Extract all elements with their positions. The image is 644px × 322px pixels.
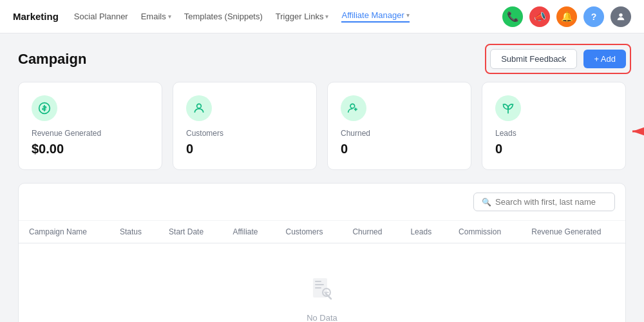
phone-button[interactable]: 📞: [502, 6, 523, 27]
nav-trigger-links[interactable]: Trigger Links ▾: [276, 12, 329, 21]
person-icon: [186, 95, 212, 121]
search-input[interactable]: [495, 197, 607, 207]
stat-value-churned: 0: [341, 142, 458, 156]
stat-card-revenue: Revenue Generated $0.00: [18, 82, 162, 170]
col-affiliate: Affiliate: [222, 221, 275, 243]
svg-point-3: [197, 104, 202, 108]
stat-label-customers: Customers: [186, 129, 303, 138]
stat-card-churned: Churned 0: [327, 82, 471, 170]
stat-card-customers: Customers 0: [173, 82, 317, 170]
col-churned: Churned: [342, 221, 400, 243]
submit-feedback-button[interactable]: Submit Feedback: [490, 49, 577, 69]
svg-rect-8: [315, 287, 321, 289]
nav-affiliate-manager[interactable]: Affiliate Manager ▾: [341, 10, 409, 23]
no-data-icon: [309, 276, 335, 307]
table-header-row: Campaign Name Status Start Date Affiliat…: [19, 221, 625, 243]
page-header: Campaign Submit Feedback + Add: [18, 49, 626, 69]
add-button[interactable]: + Add: [583, 50, 626, 68]
no-data-label: No Data: [307, 313, 337, 322]
search-icon: 🔍: [482, 198, 491, 207]
table-section: 🔍 Campaign Name Status Start Date Affili…: [18, 183, 626, 322]
svg-point-4: [350, 104, 355, 108]
no-data-container: No Data: [29, 250, 615, 322]
col-revenue: Revenue Generated: [521, 221, 625, 243]
no-data-row: No Data: [19, 243, 625, 323]
main-content: Campaign Submit Feedback + Add Revenue: [0, 33, 644, 322]
campaign-table: Campaign Name Status Start Date Affiliat…: [19, 221, 625, 322]
nav-emails[interactable]: Emails ▾: [141, 12, 171, 21]
svg-rect-6: [315, 281, 321, 282]
nav-templates[interactable]: Templates (Snippets): [184, 12, 263, 21]
top-bar: Marketing Social Planner Emails ▾ Templa…: [0, 0, 644, 33]
col-leads: Leads: [400, 221, 448, 243]
stat-value-customers: 0: [186, 142, 303, 156]
col-status: Status: [109, 221, 158, 243]
chevron-down-icon: ▾: [325, 13, 328, 20]
no-data-cell: No Data: [19, 243, 625, 323]
person-add-icon: [341, 95, 366, 121]
col-commission: Commission: [448, 221, 521, 243]
stats-row: Revenue Generated $0.00 Customers 0 Chur…: [18, 82, 626, 170]
stat-label-revenue: Revenue Generated: [32, 129, 149, 138]
page-title: Campaign: [18, 51, 86, 68]
chevron-down-icon: ▾: [406, 12, 410, 19]
nav-right: 📞 📣 🔔 ?: [502, 6, 631, 27]
bell-button[interactable]: 🔔: [556, 6, 577, 27]
table-header: Campaign Name Status Start Date Affiliat…: [19, 221, 625, 243]
stat-label-leads: Leads: [495, 129, 612, 138]
header-actions: Submit Feedback + Add: [490, 49, 626, 69]
megaphone-button[interactable]: 📣: [529, 6, 550, 27]
col-start-date: Start Date: [158, 221, 222, 243]
stat-value-leads: 0: [495, 142, 612, 156]
svg-point-0: [619, 13, 622, 16]
avatar-button[interactable]: [611, 6, 631, 27]
col-customers: Customers: [275, 221, 342, 243]
table-body: No Data: [19, 243, 625, 323]
chevron-down-icon: ▾: [168, 13, 171, 20]
nav-social-planner[interactable]: Social Planner: [74, 12, 128, 21]
stat-card-leads: Leads 0: [482, 82, 626, 170]
nav-left: Marketing Social Planner Emails ▾ Templa…: [13, 10, 410, 23]
leaf-icon: [495, 95, 521, 121]
main-nav: Social Planner Emails ▾ Templates (Snipp…: [74, 10, 410, 23]
dollar-icon: [32, 95, 57, 121]
brand-label: Marketing: [13, 11, 59, 22]
svg-rect-7: [315, 284, 324, 285]
stat-value-revenue: $0.00: [32, 142, 149, 156]
search-box[interactable]: 🔍: [473, 193, 615, 211]
table-toolbar: 🔍: [19, 184, 625, 221]
col-campaign-name: Campaign Name: [19, 221, 109, 243]
help-button[interactable]: ?: [583, 6, 604, 27]
stat-label-churned: Churned: [341, 129, 458, 138]
